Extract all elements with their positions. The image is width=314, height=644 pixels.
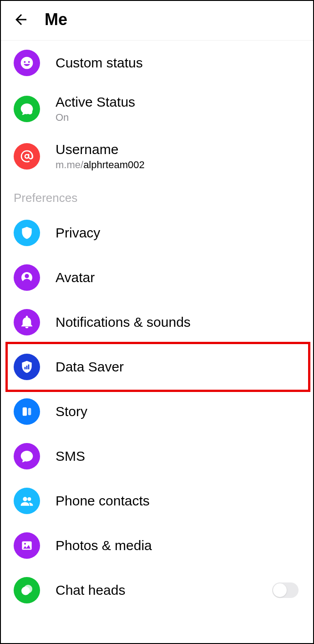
row-privacy[interactable]: Privacy: [1, 211, 313, 255]
row-label: Active Status: [56, 94, 300, 110]
row-phone-contacts[interactable]: Phone contacts: [1, 479, 313, 523]
shield-icon: [14, 220, 40, 246]
row-active-status[interactable]: Active Status On: [1, 85, 313, 133]
row-label: Chat heads: [56, 582, 272, 598]
row-label: Story: [56, 404, 300, 419]
svg-rect-2: [25, 367, 26, 369]
svg-rect-6: [28, 408, 31, 415]
shield-bars-icon: [14, 354, 40, 380]
row-label: Custom status: [56, 55, 300, 71]
row-subtitle: On: [56, 112, 300, 124]
row-label: Data Saver: [56, 359, 300, 375]
row-photos-media[interactable]: Photos & media: [1, 523, 313, 568]
svg-rect-4: [28, 365, 30, 370]
svg-rect-3: [26, 366, 28, 369]
people-icon: [14, 488, 40, 514]
row-label: Phone contacts: [56, 493, 300, 509]
settings-list: Custom status Active Status On Username …: [1, 41, 313, 613]
row-label: SMS: [56, 448, 300, 464]
row-label: Privacy: [56, 225, 300, 241]
row-username[interactable]: Username m.me/alphrteam002: [1, 133, 313, 180]
svg-point-1: [27, 109, 32, 114]
chat-bubble-icon: [14, 96, 40, 122]
svg-point-12: [21, 587, 30, 595]
row-subtitle: m.me/alphrteam002: [56, 159, 300, 171]
chat-heads-toggle[interactable]: [272, 582, 299, 598]
smiley-icon: [14, 50, 40, 76]
row-custom-status[interactable]: Custom status: [1, 41, 313, 85]
row-sms[interactable]: SMS: [1, 434, 313, 479]
bell-icon: [14, 309, 40, 335]
row-label: Avatar: [56, 270, 300, 285]
at-sign-icon: [14, 143, 40, 170]
page-title: Me: [45, 10, 67, 29]
row-notifications[interactable]: Notifications & sounds: [1, 300, 313, 345]
avatar-icon: [14, 264, 40, 291]
speech-bubble-icon: [14, 443, 40, 469]
row-story[interactable]: Story: [1, 389, 313, 434]
row-chat-heads[interactable]: Chat heads: [1, 568, 313, 613]
section-header-preferences: Preferences: [1, 180, 313, 211]
toggle-knob: [273, 583, 287, 597]
back-arrow-icon[interactable]: [12, 10, 30, 29]
svg-rect-5: [23, 407, 27, 416]
row-avatar[interactable]: Avatar: [1, 255, 313, 300]
svg-point-10: [24, 543, 26, 545]
image-icon: [14, 532, 40, 559]
row-label: Photos & media: [56, 538, 300, 553]
chat-heads-icon: [14, 577, 40, 603]
row-data-saver[interactable]: Data Saver: [1, 345, 313, 389]
row-label: Notifications & sounds: [56, 314, 300, 330]
header: Me: [1, 1, 313, 41]
story-icon: [14, 398, 40, 425]
row-label: Username: [56, 142, 300, 157]
svg-point-7: [23, 497, 27, 501]
svg-point-8: [27, 497, 31, 501]
